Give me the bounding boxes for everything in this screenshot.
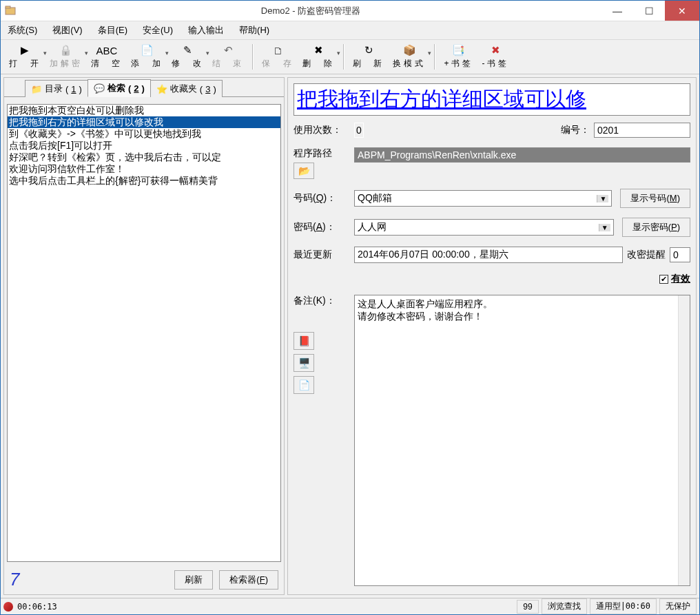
menu-item[interactable]: 输入输出 — [185, 23, 227, 38]
left-pane: 📁目录(1)💬检索(2)⭐收藏夹(3) 把我拖到本页空白处可以删除我把我拖到右方… — [3, 77, 285, 595]
list-item[interactable]: 把我拖到本页空白处可以删除我 — [8, 105, 280, 116]
menu-item[interactable]: 视图(V) — [50, 23, 85, 38]
status-protect: 无保护 — [659, 598, 697, 614]
toolbar-icon: ✖ — [314, 44, 323, 56]
list-item[interactable]: 把我拖到右方的详细区域可以修改我 — [8, 116, 280, 128]
update-field[interactable]: 2014年06月07日 00:00:00，星期六 — [354, 247, 623, 263]
toolbar-button[interactable]: ✖-书签 — [477, 43, 513, 71]
checkbox-icon: ✔ — [659, 275, 668, 284]
toolbar-button[interactable]: ↻刷 新 — [349, 43, 389, 71]
tab[interactable]: 📁目录(1) — [25, 80, 88, 97]
banner: 把我拖到右方的详细区域可以修 — [294, 83, 690, 116]
number-combo[interactable]: QQ邮箱▼ — [354, 190, 612, 207]
password-label: 密码(A)： — [294, 221, 350, 233]
toolbar-button[interactable]: ▶打 开▾ — [5, 43, 45, 71]
monitor-icon: 🖥️ — [298, 357, 310, 368]
search-list-panel: 把我拖到本页空白处可以删除我把我拖到右方的详细区域可以修改我到《收藏夹》->《书… — [7, 104, 281, 562]
menu-item[interactable]: 条目(E) — [95, 23, 130, 38]
usage-label: 使用次数： — [294, 124, 350, 136]
toolbar-icon: 📑 — [452, 44, 465, 56]
toolbar-icon: ✎ — [183, 44, 192, 56]
chevron-down-icon: ▼ — [597, 195, 608, 202]
search-tool-button[interactable]: 检索器(F) — [219, 570, 278, 590]
toolbar-button: 🗋保 存 — [258, 43, 298, 71]
toolbar-button: 🔒加解密▾ — [45, 43, 87, 71]
menu-item[interactable]: 帮助(H) — [236, 23, 272, 38]
status-count: 99 — [517, 600, 538, 614]
id-field[interactable]: 0201 — [594, 123, 690, 138]
toolbar-button[interactable]: 📦换模式▾ — [389, 43, 430, 71]
minimize-button[interactable]: — — [601, 1, 633, 21]
status-browse[interactable]: 浏览查找 — [542, 598, 587, 614]
tab[interactable]: ⭐收藏夹(3) — [150, 80, 223, 97]
toolbar-button[interactable]: 📄添 加▾ — [127, 43, 167, 71]
usage-value: 0 — [354, 123, 364, 138]
toolbar-icon: ↶ — [224, 44, 233, 56]
tab-icon: 💬 — [94, 83, 105, 94]
remind-field[interactable]: 0 — [670, 247, 690, 262]
toolbar-button[interactable]: ✎修 改▾ — [167, 43, 208, 71]
show-password-button[interactable]: 显示密码(P) — [622, 218, 690, 237]
list-item[interactable]: 点击我后按[F1]可以打开 — [8, 140, 280, 152]
scrollbar[interactable] — [678, 295, 690, 585]
app-window: Demo2 - 防盗密码管理器 — ☐ ✕ 系统(S)视图(V)条目(E)安全(… — [0, 0, 700, 615]
svg-rect-1 — [6, 6, 10, 8]
toolbar-icon: ▶ — [21, 44, 29, 56]
list-item[interactable]: 欢迎访问羽信软件工作室！ — [8, 163, 280, 175]
detail-pane: 把我拖到右方的详细区域可以修 使用次数： 0 编号： 0201 程序路径 📂 A… — [287, 77, 697, 595]
result-count: 7 — [10, 569, 19, 590]
lock-page-icon: 📄 — [298, 379, 310, 390]
list-item[interactable]: 选中我后点击工具栏上的{解密}可获得一幅精美背 — [8, 175, 280, 187]
content-area: 📁目录(1)💬检索(2)⭐收藏夹(3) 把我拖到本页空白处可以删除我把我拖到右方… — [1, 74, 699, 598]
refresh-button[interactable]: 刷新 — [174, 570, 213, 590]
status-type: 通用型|00:60 — [590, 598, 657, 614]
menu-item[interactable]: 安全(U) — [140, 23, 176, 38]
tab[interactable]: 💬检索(2) — [88, 79, 151, 97]
toolbar-button[interactable]: 📑+书签 — [440, 43, 477, 71]
toolbar-icon: 📄 — [141, 44, 154, 56]
status-time: 00:06:13 — [17, 602, 57, 612]
list-item[interactable]: 好深吧？转到《检索》页，选中我后右击，可以定 — [8, 152, 280, 163]
tab-strip: 📁目录(1)💬检索(2)⭐收藏夹(3) — [4, 78, 284, 97]
app-icon — [5, 6, 16, 17]
tab-icon: ⭐ — [156, 84, 167, 94]
close-button[interactable]: ✕ — [665, 1, 699, 21]
attach-wallet-button[interactable]: 📕 — [294, 332, 314, 350]
left-bottom-bar: 7 刷新 检索器(F) — [4, 565, 284, 594]
notes-label: 备注(K)： — [294, 295, 350, 307]
wallet-icon: 📕 — [298, 335, 310, 346]
menu-bar: 系统(S)视图(V)条目(E)安全(U)输入输出帮助(H) — [1, 21, 699, 40]
list-item[interactable]: 到《收藏夹》->《书签》中可以更快地找到我 — [8, 128, 280, 140]
menu-item[interactable]: 系统(S) — [5, 23, 40, 38]
path-field[interactable]: ABPM_Programs\RenRen\xntalk.exe — [354, 147, 690, 163]
attach-screen-button[interactable]: 🖥️ — [294, 354, 314, 372]
toolbar-button[interactable]: ✖删 除▾ — [298, 43, 339, 71]
banner-link[interactable]: 把我拖到右方的详细区域可以修 — [297, 87, 586, 110]
maximize-button[interactable]: ☐ — [633, 1, 665, 21]
update-label: 最近更新 — [294, 249, 350, 261]
toolbar-icon: ABC — [96, 44, 118, 56]
toolbar-icon: ✖ — [491, 44, 500, 56]
notes-textarea[interactable]: 这是人人桌面客户端应用程序。 请勿修改本密码，谢谢合作！ — [354, 295, 690, 586]
folder-open-icon: 📂 — [298, 165, 310, 176]
toolbar-button[interactable]: ABC清 空 — [87, 43, 127, 71]
status-icon — [3, 602, 13, 612]
search-result-list[interactable]: 把我拖到本页空白处可以删除我把我拖到右方的详细区域可以修改我到《收藏夹》->《书… — [8, 105, 280, 561]
toolbar: ▶打 开▾🔒加解密▾ABC清 空📄添 加▾✎修 改▾↶结 束🗋保 存✖删 除▾↻… — [1, 40, 699, 74]
id-label: 编号： — [561, 124, 590, 136]
show-number-button[interactable]: 显示号码(M) — [620, 189, 690, 208]
password-combo[interactable]: 人人网▼ — [354, 219, 614, 236]
number-label: 号码(Q)： — [294, 192, 350, 205]
toolbar-button: ↶结 束 — [208, 43, 249, 71]
dropdown-arrow-icon: ▾ — [428, 50, 431, 56]
open-path-button[interactable]: 📂 — [294, 163, 314, 179]
title-text: Demo2 - 防盗密码管理器 — [20, 5, 601, 17]
toolbar-icon: 🔒 — [59, 44, 72, 56]
attach-lock-button[interactable]: 📄 — [294, 376, 314, 394]
toolbar-icon: 📦 — [403, 44, 416, 56]
path-label: 程序路径 — [294, 147, 350, 160]
valid-checkbox[interactable]: ✔ 有效 — [659, 273, 690, 285]
chevron-down-icon: ▼ — [599, 224, 610, 231]
toolbar-icon: ↻ — [364, 44, 373, 56]
dropdown-arrow-icon: ▾ — [337, 50, 340, 56]
